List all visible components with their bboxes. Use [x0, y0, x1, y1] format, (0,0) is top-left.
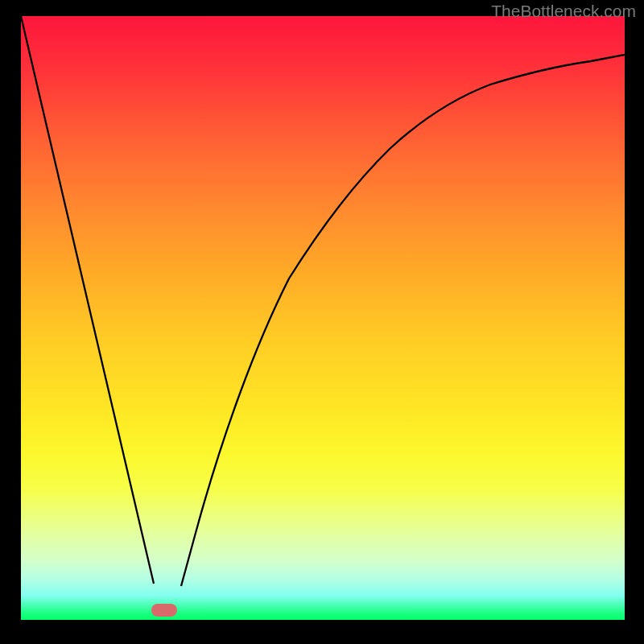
- bottleneck-curve: [21, 16, 625, 620]
- optimum-marker: [151, 604, 177, 617]
- chart-plot-area: [21, 16, 625, 620]
- curve-right-branch: [181, 55, 625, 586]
- watermark-text: TheBottleneck.com: [491, 2, 636, 21]
- curve-left-branch: [21, 16, 154, 584]
